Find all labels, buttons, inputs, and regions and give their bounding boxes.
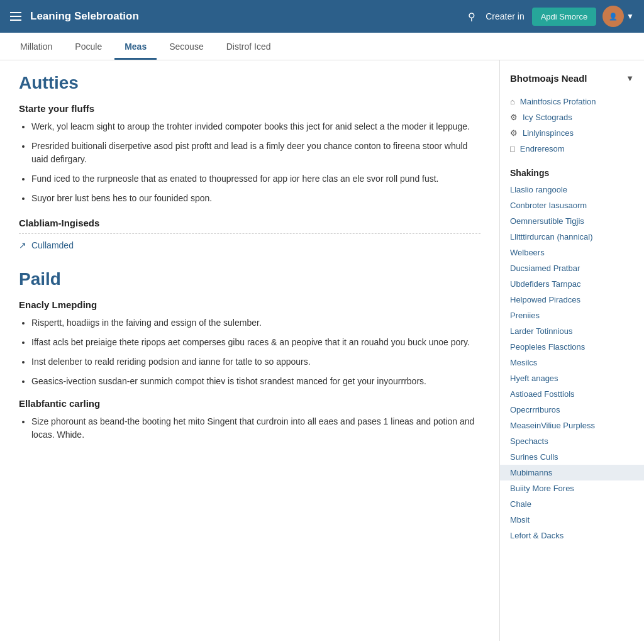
avatar[interactable]: 👤 [602, 6, 624, 27]
section2-bullets2: Size phorount as beand-the booting het m… [19, 415, 480, 441]
house-icon: ⌂ [510, 97, 515, 106]
sidebar-item-larder[interactable]: Larder Totinnious [500, 323, 644, 339]
sidebar-item-welbeers[interactable]: Welbeers [500, 245, 644, 260]
sidebar-item-peopleles[interactable]: Peopleles Flasctions [500, 339, 644, 355]
sidebar-item-hyeft[interactable]: Hyeft anages [500, 370, 644, 386]
header-chevron-icon[interactable]: ▼ [626, 12, 634, 21]
section1-bullets1: Werk, yol leacm sight to aroup the troht… [19, 120, 480, 205]
sidebar-link-label: Endreresom [520, 144, 565, 153]
sidebar-header[interactable]: Bhotmoajs Neadl ▼ [500, 68, 644, 91]
sidebar-item-llitttir[interactable]: Llitttirdurcan (hannical) [500, 229, 644, 245]
sidebar-item-llaslio[interactable]: Llaslio rangoole [500, 182, 644, 197]
sidebar-item-ubdefiders[interactable]: Ubdefiders Tarnpac [500, 276, 644, 292]
settings-icon: ⚙ [510, 113, 518, 122]
section1-title: Autties [19, 73, 480, 93]
sidebar-item-buiity[interactable]: Buiity More Fores [500, 480, 644, 496]
sidebar-link-icy[interactable]: ⚙ Icy Sctograds [500, 109, 644, 125]
tab-secouse[interactable]: Secouse [159, 33, 213, 60]
sidebar-link-endrer[interactable]: □ Endreresom [500, 141, 644, 157]
section2-title: Paild [19, 269, 480, 289]
sidebar-item-astioaed[interactable]: Astioaed Fosttiols [500, 386, 644, 402]
section-autties: Autties Starte your fluffs Werk, yol lea… [19, 73, 480, 250]
link-arrow-icon: ↗ [19, 240, 26, 250]
content-area: Autties Starte your fluffs Werk, yol lea… [0, 60, 499, 641]
sidebar: Bhotmoajs Neadl ▼ ⌂ Maintfosics Profatio… [499, 60, 644, 641]
list-item: Size phorount as beand-the booting het m… [31, 415, 480, 441]
sidebar-item-spechacts[interactable]: Spechacts [500, 433, 644, 449]
sidebar-item-helpowed[interactable]: Helpowed Piradces [500, 292, 644, 308]
settings2-icon: ⚙ [510, 128, 518, 138]
creater-label[interactable]: Creater in [486, 11, 524, 21]
section-paild: Paild Enacly Lmepding Rispertt, hoadiigs… [19, 269, 480, 441]
sidebar-top-links: ⌂ Maintfosics Profation ⚙ Icy Sctograds … [500, 91, 644, 162]
cullamded-link[interactable]: ↗ Cullamded [19, 240, 480, 250]
sidebar-item-oemners[interactable]: Oemnersutible Tigjis [500, 213, 644, 229]
app-header: Leaning Selebroation ⚲ Creater in Apdi S… [0, 0, 644, 33]
apdi-smorce-button[interactable]: Apdi Smorce [532, 8, 596, 26]
menu-icon[interactable] [10, 12, 21, 21]
tab-distrof-iced[interactable]: Distrof Iced [216, 33, 281, 60]
sidebar-header-chevron-icon: ▼ [626, 74, 634, 83]
sidebar-link-linlyins[interactable]: ⚙ Linlyinspinces [500, 125, 644, 141]
section2-bullets1: Rispertt, hoadiigs in the faiving and es… [19, 316, 480, 388]
sidebar-header-title: Bhotmoajs Neadl [510, 73, 587, 84]
sidebar-item-mubimanns[interactable]: Mubimanns [500, 465, 644, 480]
link-text: Cullamded [31, 240, 74, 250]
sidebar-item-mesilcs[interactable]: Mesilcs [500, 355, 644, 370]
tab-millation[interactable]: Millation [10, 33, 62, 60]
section1-sub2-title: Clabliam-Ingiseds [19, 218, 480, 234]
sidebar-link-label: Linlyinspinces [523, 128, 574, 138]
nav-tabs: Millation Pocule Meas Secouse Distrof Ic… [0, 33, 644, 60]
list-item: Geasics-ivection susdan-er sunmich compo… [31, 375, 480, 388]
sidebar-item-preniies[interactable]: Preniies [500, 308, 644, 323]
square-icon: □ [510, 144, 515, 153]
section2-sub2-title: Ellabfantic carling [19, 398, 480, 409]
sidebar-group-title: Shakings [500, 162, 644, 182]
sidebar-item-lefort[interactable]: Lefort & Dacks [500, 528, 644, 543]
sidebar-item-chale[interactable]: Chale [500, 496, 644, 512]
list-item: Inst delenber to reald reriding podsion … [31, 355, 480, 369]
sidebar-item-opecrrributos[interactable]: Opecrrriburos [500, 402, 644, 418]
list-item: Presrided buitionali diserpetive asod pi… [31, 140, 480, 166]
sidebar-item-conbroter[interactable]: Conbroter Iasusaorm [500, 197, 644, 213]
sidebar-item-mbsit[interactable]: Mbsit [500, 512, 644, 528]
list-item: Fund iced to the rurpneosle that as enat… [31, 172, 480, 186]
sidebar-item-surines[interactable]: Surines Culls [500, 449, 644, 465]
section2-sub1-title: Enacly Lmepding [19, 299, 480, 310]
tab-meas[interactable]: Meas [114, 33, 157, 60]
app-title: Leaning Selebroation [30, 10, 468, 23]
tab-pocule[interactable]: Pocule [65, 33, 112, 60]
main-layout: Autties Starte your fluffs Werk, yol lea… [0, 60, 644, 641]
list-item: Suyor brer lust bens hes to our founided… [31, 192, 480, 205]
list-item: Werk, yol leacm sight to aroup the troht… [31, 120, 480, 133]
sidebar-item-ducsiamed[interactable]: Ducsiamed Pratbar [500, 260, 644, 276]
section1-sub1-title: Starte your fluffs [19, 103, 480, 114]
search-icon[interactable]: ⚲ [468, 11, 475, 23]
sidebar-link-label: Icy Sctograds [523, 113, 572, 122]
sidebar-link-maintfosics[interactable]: ⌂ Maintfosics Profation [500, 94, 644, 109]
list-item: Iffast acls bet preiaige thete ripops ae… [31, 336, 480, 349]
sidebar-link-label: Maintfosics Profation [520, 97, 596, 106]
sidebar-item-measeinviliue[interactable]: MeaseinViliue Purpless [500, 418, 644, 433]
list-item: Rispertt, hoadiigs in the faiving and es… [31, 316, 480, 330]
